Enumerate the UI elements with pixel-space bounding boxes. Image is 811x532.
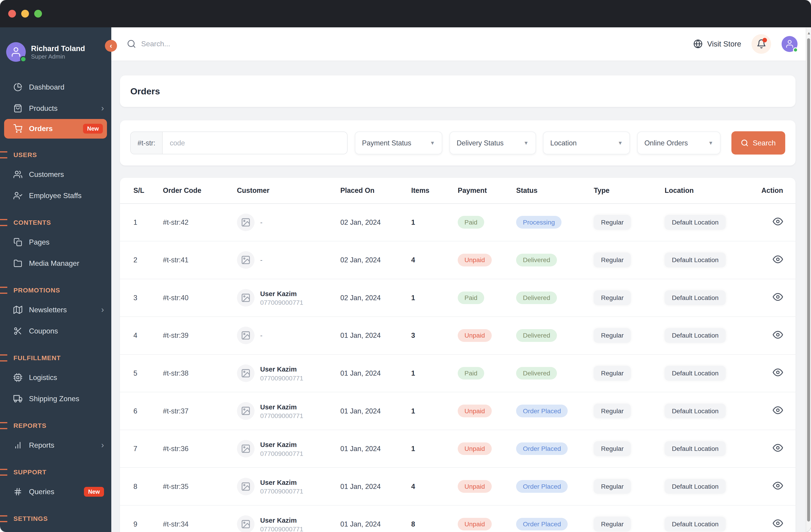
- payment-badge: Unpaid: [458, 405, 492, 417]
- sidebar-item-pages[interactable]: Pages: [0, 232, 111, 253]
- image-placeholder-icon: [237, 289, 255, 307]
- filter-bar: #t-str: Payment Status▼ Delivery Status▼…: [120, 120, 795, 165]
- payment-badge: Unpaid: [458, 254, 492, 266]
- order-code-input[interactable]: [163, 132, 347, 154]
- sidebar-item-media-manager[interactable]: Media Manager: [0, 253, 111, 274]
- sidebar-item-dashboard[interactable]: Dashboard: [0, 77, 111, 98]
- orders-new-badge: New: [83, 124, 103, 134]
- sidebar-item-logistics[interactable]: Logistics: [0, 367, 111, 388]
- dashboard-icon: [13, 83, 22, 92]
- sidebar-item-products[interactable]: Products ›: [0, 98, 111, 119]
- eye-icon: [773, 292, 783, 302]
- sidebar-item-appearance[interactable]: Appearance ›: [0, 528, 111, 532]
- sidebar-item-coupons[interactable]: Coupons: [0, 320, 111, 342]
- page-title: Orders: [130, 86, 160, 96]
- cpu-icon: [13, 373, 22, 382]
- view-order-button[interactable]: [773, 443, 783, 454]
- payment-badge: Unpaid: [458, 480, 492, 493]
- eye-icon: [773, 405, 783, 415]
- status-badge: Processing: [516, 216, 562, 229]
- col-status: Status: [516, 186, 594, 194]
- visit-store-link[interactable]: Visit Store: [693, 39, 741, 49]
- location-dropdown[interactable]: Location▼: [543, 131, 630, 154]
- table-row: 5 #t-str:38 User Kazim077009000771 01 Ja…: [120, 355, 795, 392]
- main-content: Orders #t-str: Payment Status▼ Delivery …: [111, 61, 811, 532]
- eye-icon: [773, 367, 783, 377]
- section-title-settings: SETTINGS: [0, 510, 111, 528]
- col-action: Action: [761, 186, 783, 194]
- sidebar-item-employee-staffs[interactable]: Employee Staffs: [0, 185, 111, 206]
- location-pill: Default Location: [664, 253, 726, 267]
- sidebar-item-orders[interactable]: Orders New: [4, 119, 107, 139]
- status-badge: Order Placed: [516, 405, 568, 417]
- search-button[interactable]: Search: [731, 131, 785, 155]
- shopping-cart-icon: [13, 124, 22, 133]
- view-order-button[interactable]: [773, 481, 783, 492]
- search-icon: [741, 139, 749, 147]
- window-titlebar: [0, 0, 811, 27]
- queries-new-badge: New: [84, 487, 104, 497]
- table-row: 7 #t-str:36 User Kazim077009000771 01 Ja…: [120, 430, 795, 468]
- sidebar: Richard Toland Super Admin ‹ Dashboard P…: [0, 27, 111, 532]
- eye-icon: [773, 330, 783, 340]
- online-status-dot: [20, 56, 26, 62]
- type-pill: Regular: [594, 215, 631, 230]
- payment-badge: Paid: [458, 216, 484, 229]
- delivery-status-dropdown[interactable]: Delivery Status▼: [449, 131, 536, 154]
- chevron-down-icon: ▼: [708, 140, 713, 146]
- image-placeholder-icon: [237, 440, 255, 457]
- view-order-button[interactable]: [773, 330, 783, 342]
- section-title-users: USERS: [0, 146, 111, 164]
- topbar-avatar[interactable]: [782, 36, 798, 52]
- sidebar-collapse-button[interactable]: ‹: [105, 40, 117, 52]
- table-row: 3 #t-str:40 User Kazim077009000771 02 Ja…: [120, 279, 795, 317]
- section-title-contents: CONTENTS: [0, 214, 111, 232]
- eye-icon: [773, 254, 783, 264]
- eye-icon: [773, 443, 783, 453]
- section-title-fulfillment: FULFILLMENT: [0, 349, 111, 367]
- table-row: 8 #t-str:35 User Kazim077009000771 01 Ja…: [120, 468, 795, 505]
- location-pill: Default Location: [664, 291, 726, 305]
- status-badge: Order Placed: [516, 442, 568, 455]
- location-pill: Default Location: [664, 441, 726, 456]
- sidebar-item-customers[interactable]: Customers: [0, 164, 111, 185]
- profile-role: Super Admin: [31, 53, 85, 60]
- image-placeholder-icon: [237, 364, 255, 382]
- type-pill: Regular: [594, 479, 631, 494]
- global-search-input[interactable]: [141, 40, 358, 48]
- view-order-button[interactable]: [773, 518, 783, 530]
- pages-icon: [13, 238, 22, 247]
- section-title-promotions: PROMOTIONS: [0, 281, 111, 299]
- view-order-button[interactable]: [773, 254, 783, 266]
- sidebar-item-newsletters[interactable]: Newsletters ›: [0, 299, 111, 320]
- view-order-button[interactable]: [773, 367, 783, 379]
- scroll-up-arrow-icon[interactable]: ▲: [807, 31, 811, 35]
- view-order-button[interactable]: [773, 216, 783, 228]
- location-pill: Default Location: [664, 479, 726, 494]
- scrollbar-thumb[interactable]: [807, 38, 810, 521]
- online-orders-dropdown[interactable]: Online Orders▼: [637, 131, 720, 154]
- view-order-button[interactable]: [773, 292, 783, 303]
- order-code-prefix: #t-str:: [131, 132, 163, 154]
- view-order-button[interactable]: [773, 405, 783, 417]
- sidebar-item-shipping-zones[interactable]: Shipping Zones: [0, 388, 111, 409]
- orders-table: S/L Order Code Customer Placed On Items …: [120, 178, 795, 532]
- vertical-scrollbar[interactable]: ▲: [806, 28, 811, 532]
- location-pill: Default Location: [664, 404, 726, 419]
- eye-icon: [773, 518, 783, 528]
- table-row: 1 #t-str:42 - 02 Jan, 2024 1 Paid Proces…: [120, 204, 795, 241]
- payment-badge: Paid: [458, 367, 484, 380]
- zoom-window-button[interactable]: [34, 10, 42, 18]
- section-title-support: SUPPORT: [0, 463, 111, 481]
- minimize-window-button[interactable]: [21, 10, 29, 18]
- notifications-button[interactable]: [751, 34, 771, 54]
- topbar: Visit Store: [111, 27, 811, 61]
- type-pill: Regular: [594, 517, 631, 532]
- payment-status-dropdown[interactable]: Payment Status▼: [355, 131, 442, 154]
- table-row: 9 #t-str:34 User Kazim077009000771 01 Ja…: [120, 505, 795, 532]
- globe-icon: [693, 39, 703, 49]
- sidebar-item-reports[interactable]: Reports ›: [0, 435, 111, 456]
- sidebar-item-queries[interactable]: Queries New: [0, 481, 111, 502]
- user-check-icon: [13, 191, 22, 200]
- close-window-button[interactable]: [8, 10, 16, 18]
